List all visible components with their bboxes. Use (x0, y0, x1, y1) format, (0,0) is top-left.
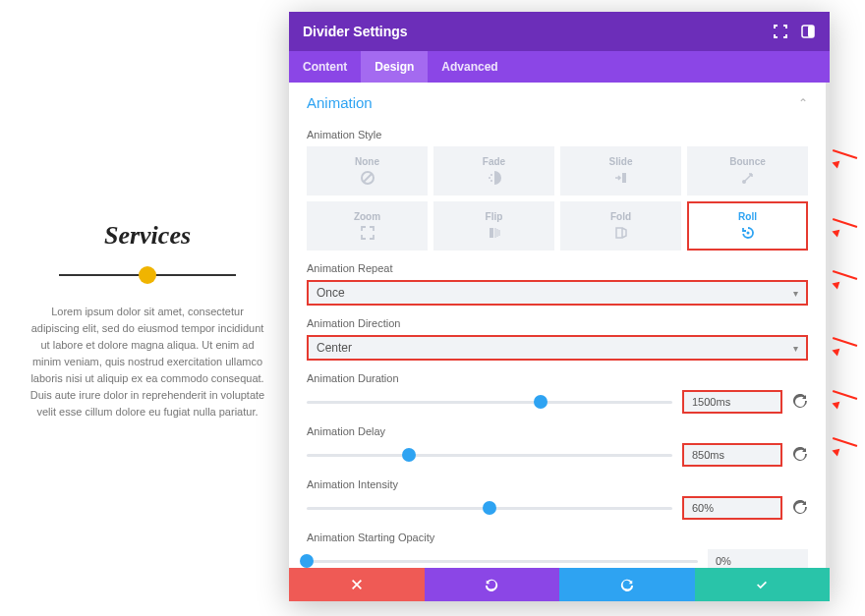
modal-title: Divider Settings (303, 24, 408, 39)
svg-rect-7 (622, 173, 626, 183)
expand-icon[interactable] (773, 24, 788, 39)
annotation-arrow-icon (830, 149, 863, 165)
modal-header: Divider Settings (289, 12, 830, 51)
slider-thumb[interactable] (402, 448, 416, 462)
services-heading: Services (29, 221, 265, 251)
row-animation-delay: 850ms (307, 443, 808, 467)
slider-duration[interactable] (307, 390, 672, 414)
annotation-arrow-icon (830, 218, 863, 234)
slider-thumb[interactable] (483, 501, 496, 515)
annotation-arrow-icon (830, 337, 863, 353)
style-label: None (355, 156, 379, 167)
svg-rect-9 (490, 228, 493, 238)
reset-icon[interactable] (792, 394, 808, 410)
select-value: Once (317, 286, 345, 300)
label-animation-intensity: Animation Intensity (307, 478, 808, 490)
label-animation-duration: Animation Duration (307, 372, 808, 384)
slide-icon (613, 170, 629, 186)
slider-thumb[interactable] (534, 395, 548, 409)
svg-point-10 (746, 232, 749, 235)
tab-design[interactable]: Design (361, 51, 428, 83)
style-flip[interactable]: Flip (433, 201, 554, 251)
label-animation-style: Animation Style (307, 129, 808, 140)
none-icon (360, 170, 375, 186)
fade-icon (487, 170, 502, 186)
label-animation-direction: Animation Direction (307, 317, 808, 329)
reset-icon[interactable] (792, 500, 808, 516)
style-bounce[interactable]: Bounce (687, 146, 808, 196)
select-animation-repeat[interactable]: Once (307, 280, 808, 306)
row-animation-opacity: 0% (307, 549, 808, 568)
style-roll[interactable]: Roll (687, 201, 808, 251)
value-intensity[interactable]: 60% (682, 496, 782, 520)
modal-tabs: Content Design Advanced (289, 51, 830, 83)
style-fade[interactable]: Fade (433, 146, 554, 196)
value-duration[interactable]: 1500ms (682, 390, 782, 414)
style-label: Roll (738, 211, 757, 222)
zoom-icon (360, 225, 375, 241)
fold-icon (613, 225, 629, 241)
select-value: Center (317, 341, 352, 355)
svg-point-4 (490, 174, 492, 176)
tab-content[interactable]: Content (289, 51, 361, 83)
services-divider (29, 260, 265, 290)
section-title: Animation (307, 94, 373, 111)
animation-style-grid: None Fade Slide Bounce Zoom Flip (307, 146, 808, 251)
row-animation-intensity: 60% (307, 496, 808, 520)
annotation-arrow-icon (830, 437, 863, 453)
panel-toggle-icon[interactable] (800, 24, 816, 39)
label-animation-repeat: Animation Repeat (307, 262, 808, 274)
style-label: Zoom (354, 211, 380, 222)
style-label: Fold (610, 211, 631, 222)
style-label: Flip (486, 211, 503, 222)
header-icons (773, 24, 816, 39)
slider-thumb[interactable] (300, 554, 314, 568)
flip-icon (487, 225, 502, 241)
style-label: Fade (483, 156, 505, 167)
redo-button[interactable] (559, 568, 695, 601)
style-fold[interactable]: Fold (560, 201, 681, 251)
svg-point-6 (490, 180, 492, 182)
tab-advanced[interactable]: Advanced (428, 51, 511, 83)
value-delay[interactable]: 850ms (682, 443, 782, 467)
row-animation-duration: 1500ms (307, 390, 808, 414)
label-animation-delay: Animation Delay (307, 425, 808, 437)
style-zoom[interactable]: Zoom (307, 201, 428, 251)
style-label: Bounce (729, 156, 766, 167)
modal-body[interactable]: Animation ⌃ Animation Style None Fade Sl… (289, 83, 830, 568)
annotation-arrow-icon (830, 390, 863, 406)
style-none[interactable]: None (307, 146, 428, 196)
annotation-arrow-icon (830, 270, 863, 286)
save-button[interactable] (695, 568, 831, 601)
select-animation-direction[interactable]: Center (307, 335, 808, 361)
close-button[interactable] (289, 568, 425, 601)
page-left-content: Services Lorem ipsum dolor sit amet, con… (29, 221, 265, 420)
svg-line-3 (364, 174, 372, 182)
style-label: Slide (609, 156, 633, 167)
services-body-text: Lorem ipsum dolor sit amet, consectetur … (29, 304, 265, 420)
roll-icon (740, 225, 756, 241)
svg-rect-1 (808, 26, 814, 37)
slider-delay[interactable] (307, 443, 672, 467)
bounce-icon (740, 170, 756, 186)
value-opacity[interactable]: 0% (708, 549, 808, 568)
svg-point-5 (489, 177, 490, 179)
divider-settings-modal: Divider Settings Content Design Advanced… (289, 12, 830, 601)
slider-opacity[interactable] (307, 549, 698, 568)
divider-dot-icon (139, 266, 156, 284)
undo-button[interactable] (425, 568, 560, 601)
reset-icon[interactable] (792, 447, 808, 463)
modal-footer (289, 568, 830, 601)
style-slide[interactable]: Slide (560, 146, 681, 196)
chevron-up-icon: ⌃ (798, 96, 808, 110)
section-animation-header[interactable]: Animation ⌃ (307, 90, 808, 117)
slider-intensity[interactable] (307, 496, 672, 520)
label-animation-opacity: Animation Starting Opacity (307, 532, 808, 543)
